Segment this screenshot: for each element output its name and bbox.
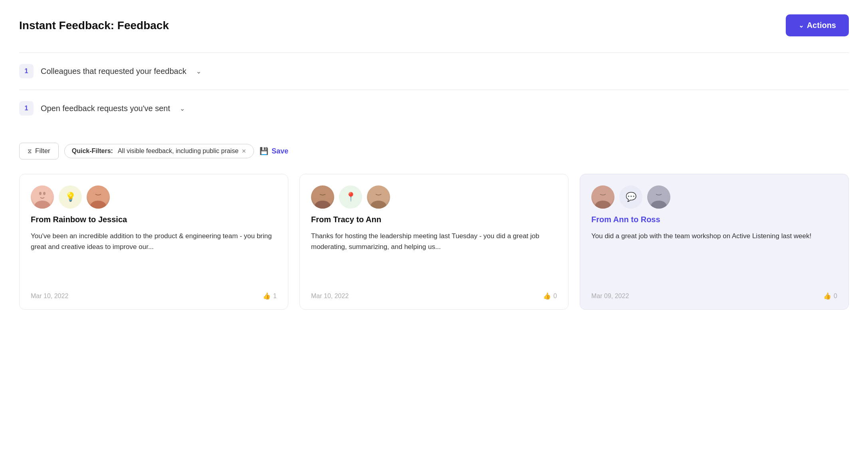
- section-badge-open: 1: [19, 101, 34, 116]
- save-button[interactable]: 💾 Save: [260, 147, 288, 155]
- filter-button[interactable]: ⧖ Filter: [19, 143, 59, 159]
- cards-grid: 💡 From Rainbow to Jessica You've been an…: [19, 174, 849, 310]
- avatar-ann2: [591, 185, 614, 209]
- card-avatars-1: 💡: [31, 185, 277, 209]
- close-icon[interactable]: ✕: [242, 148, 246, 154]
- avatar-tracy: [311, 185, 334, 209]
- svg-point-13: [651, 201, 667, 209]
- card-from-3[interactable]: From Ann to Ross: [591, 215, 837, 224]
- avatar-jessica: [87, 185, 110, 209]
- card-date-3: Mar 09, 2022: [591, 293, 629, 300]
- card-rainbow-jessica[interactable]: 💡 From Rainbow to Jessica You've been an…: [19, 174, 288, 310]
- card-tracy-ann[interactable]: 📍 From Tracy to Ann Thanks for hosting t…: [299, 174, 569, 310]
- svg-point-5: [90, 201, 106, 209]
- filter-icon: ⧖: [28, 147, 32, 155]
- like-section-3[interactable]: 👍 0: [823, 292, 837, 300]
- avatar-rainbow: [31, 185, 54, 209]
- card-footer-2: Mar 10, 2022 👍 0: [311, 292, 557, 300]
- card-avatars-2: 📍: [311, 185, 557, 209]
- lightbulb-icon-bubble: 💡: [59, 185, 82, 209]
- avatar-ann: [367, 185, 390, 209]
- chevron-down-icon-open: ⌄: [180, 105, 185, 112]
- quick-filter-value: All visible feedback, including public p…: [118, 147, 238, 155]
- colleagues-requested-section[interactable]: 1 Colleagues that requested your feedbac…: [19, 52, 849, 90]
- thumbs-up-icon: 👍: [263, 292, 271, 300]
- svg-point-1: [34, 201, 50, 209]
- svg-point-0: [37, 189, 48, 201]
- svg-point-3: [43, 192, 46, 195]
- section-badge-colleagues: 1: [19, 64, 34, 78]
- lightbulb-icon: 💡: [65, 192, 76, 202]
- like-section-1[interactable]: 👍 1: [263, 292, 277, 300]
- chat-icon-bubble: 💬: [619, 185, 642, 209]
- section-label-open: Open feedback requests you've sent: [41, 104, 170, 113]
- svg-point-9: [371, 201, 386, 209]
- chat-icon: 💬: [626, 192, 636, 202]
- svg-point-11: [595, 201, 611, 209]
- like-count-2: 0: [553, 293, 557, 300]
- save-label: Save: [271, 147, 288, 155]
- actions-label: Actions: [807, 21, 836, 30]
- card-body-3: You did a great job with the team worksh…: [591, 231, 837, 283]
- card-avatars-3: 💬: [591, 185, 837, 209]
- card-body-2: Thanks for hosting the leadership meetin…: [311, 231, 557, 283]
- svg-point-7: [315, 201, 331, 209]
- chevron-down-icon: ⌄: [799, 22, 804, 29]
- main-page: Instant Feedback: Feedback ⌄ Actions 1 C…: [0, 0, 868, 324]
- filter-label: Filter: [35, 147, 50, 155]
- filter-bar: ⧖ Filter Quick-Filters: All visible feed…: [19, 143, 849, 159]
- card-footer-3: Mar 09, 2022 👍 0: [591, 292, 837, 300]
- like-section-2[interactable]: 👍 0: [543, 292, 557, 300]
- location-icon: 📍: [345, 192, 356, 202]
- quick-filter-chip[interactable]: Quick-Filters: All visible feedback, inc…: [64, 144, 254, 158]
- page-header: Instant Feedback: Feedback ⌄ Actions: [19, 14, 849, 36]
- quick-filter-prefix: Quick-Filters:: [72, 147, 113, 155]
- card-from-1: From Rainbow to Jessica: [31, 215, 277, 224]
- save-icon: 💾: [260, 147, 268, 155]
- thumbs-up-icon-3: 👍: [823, 292, 831, 300]
- card-ann-ross[interactable]: 💬 From Ann to Ross You did a great job w…: [580, 174, 849, 310]
- card-footer-1: Mar 10, 2022 👍 1: [31, 292, 277, 300]
- like-count-1: 1: [273, 293, 277, 300]
- open-feedback-sent-section[interactable]: 1 Open feedback requests you've sent ⌄: [19, 90, 849, 127]
- chevron-down-icon-colleagues: ⌄: [196, 68, 201, 75]
- thumbs-up-icon-2: 👍: [543, 292, 551, 300]
- actions-button[interactable]: ⌄ Actions: [786, 14, 849, 36]
- card-body-1: You've been an incredible addition to th…: [31, 231, 277, 283]
- card-from-2: From Tracy to Ann: [311, 215, 557, 224]
- like-count-3: 0: [834, 293, 837, 300]
- svg-point-2: [39, 192, 42, 195]
- section-label-colleagues: Colleagues that requested your feedback: [41, 67, 186, 76]
- page-title: Instant Feedback: Feedback: [19, 19, 169, 32]
- avatar-ross: [647, 185, 670, 209]
- card-date-2: Mar 10, 2022: [311, 293, 349, 300]
- location-icon-bubble: 📍: [339, 185, 362, 209]
- card-date-1: Mar 10, 2022: [31, 293, 68, 300]
